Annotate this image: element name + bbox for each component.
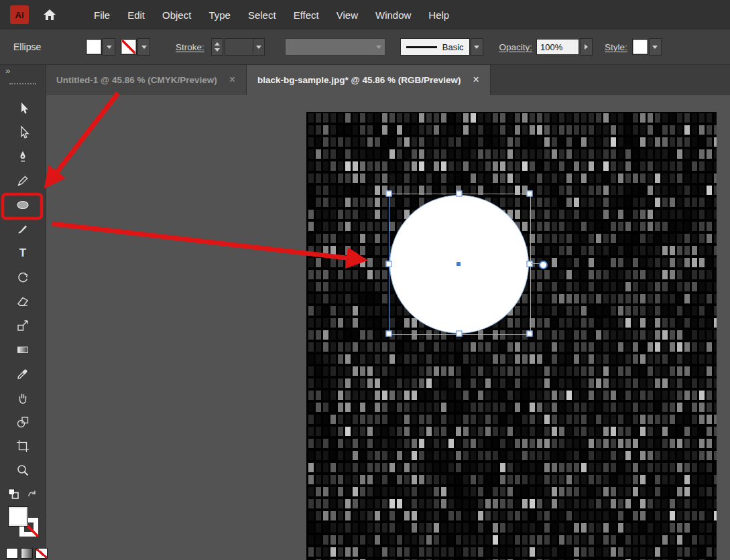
- illustrator-window: Ai File Edit Object Type Select Effect V…: [0, 0, 730, 560]
- artboard-tool[interactable]: [0, 434, 46, 458]
- document-tab-bar: Untitled-1 @ 45.86 % (CMYK/Preview) × bl…: [46, 64, 730, 95]
- fill-swatch-indicator[interactable]: [8, 506, 28, 527]
- fill-color-control: [86, 38, 115, 56]
- gradient-tool[interactable]: [0, 338, 46, 362]
- document-artboard[interactable]: [306, 112, 717, 560]
- selection-handle-w[interactable]: [386, 261, 392, 267]
- menu-file[interactable]: File: [85, 0, 119, 29]
- app-logo-icon[interactable]: Ai: [10, 5, 29, 24]
- menu-effect[interactable]: Effect: [285, 0, 328, 29]
- home-button[interactable]: [42, 8, 57, 21]
- fill-color-dropdown[interactable]: [103, 38, 115, 56]
- color-button[interactable]: [6, 548, 18, 559]
- brush-definition-dropdown[interactable]: [471, 38, 483, 56]
- chevron-right-icon: [585, 44, 588, 50]
- tab-close-button[interactable]: ×: [229, 74, 235, 86]
- active-tool-label: Ellipse: [13, 42, 86, 52]
- menu-help[interactable]: Help: [420, 0, 458, 29]
- swap-fill-stroke-icon[interactable]: [27, 489, 38, 498]
- fill-color-swatch[interactable]: [86, 39, 102, 55]
- stroke-color-dropdown[interactable]: [137, 38, 150, 56]
- shape-builder-tool[interactable]: [0, 410, 46, 434]
- scale-tool-icon: [15, 318, 30, 333]
- zoom-tool[interactable]: [0, 458, 46, 482]
- rotate-tool[interactable]: [0, 265, 46, 289]
- selection-center-point[interactable]: [456, 261, 461, 267]
- direct-selection-tool[interactable]: [0, 121, 46, 145]
- brush-definition-combo[interactable]: Basic: [400, 38, 470, 56]
- eyedropper-tool[interactable]: [0, 362, 46, 386]
- opacity-input[interactable]: [536, 39, 579, 55]
- artboard-tool-icon: [15, 439, 30, 453]
- selection-handle-n[interactable]: [457, 191, 463, 197]
- selection-handle-nw[interactable]: [386, 191, 392, 197]
- paintbrush-tool[interactable]: [0, 217, 46, 241]
- eraser-tool[interactable]: [0, 289, 46, 313]
- width-profile-combo: [285, 38, 385, 56]
- stroke-color-swatch[interactable]: [121, 39, 137, 55]
- panel-grip-handle[interactable]: [9, 83, 36, 84]
- opacity-dropdown[interactable]: [580, 38, 593, 56]
- pen-tool[interactable]: [0, 145, 46, 169]
- selection-handle-s[interactable]: [457, 331, 463, 337]
- chevron-down-icon: [107, 46, 112, 49]
- paintbrush-tool-icon: [15, 222, 30, 236]
- home-icon: [42, 8, 57, 21]
- selection-handle-e[interactable]: [527, 261, 533, 267]
- selection-tool[interactable]: [0, 96, 46, 121]
- menu-items: File Edit Object Type Select Effect View…: [85, 0, 458, 29]
- menu-view[interactable]: View: [328, 0, 367, 29]
- direct-selection-tool-icon: [15, 125, 30, 140]
- eyedropper-tool-icon: [15, 366, 30, 381]
- gradient-button[interactable]: [21, 548, 33, 559]
- brush-definition-control: Basic: [400, 38, 483, 56]
- scale-tool[interactable]: [0, 313, 46, 338]
- type-tool-icon: T: [19, 247, 26, 260]
- tab-black-bg-sample[interactable]: black-bg-sample.jpg* @ 45.86 % (RGB/Prev…: [247, 64, 491, 95]
- menu-window[interactable]: Window: [367, 0, 420, 29]
- stroke-weight-stepper[interactable]: [211, 38, 223, 56]
- stroke-panel-link[interactable]: Stroke:: [176, 42, 204, 52]
- style-swatch[interactable]: [632, 39, 648, 55]
- opacity-panel-link[interactable]: Opacity:: [499, 42, 533, 52]
- pen-tool-icon: [15, 149, 30, 164]
- menu-object[interactable]: Object: [154, 0, 200, 29]
- selection-tool-icon: [15, 101, 30, 116]
- chevron-down-icon: [474, 46, 479, 49]
- black-bg-sample-image[interactable]: [306, 112, 717, 560]
- hand-tool[interactable]: [0, 386, 46, 410]
- zoom-tool-icon: [15, 463, 30, 478]
- chevron-down-icon: [141, 46, 147, 49]
- color-mode-buttons: [6, 548, 48, 559]
- chevron-up-icon: [215, 42, 220, 46]
- chevron-down-icon: [256, 46, 261, 49]
- live-shape-widget[interactable]: [539, 261, 548, 269]
- menu-bar: Ai File Edit Object Type Select Effect V…: [0, 0, 730, 30]
- selection-handle-ne[interactable]: [527, 191, 533, 197]
- tab-close-button[interactable]: ×: [473, 74, 479, 86]
- fill-stroke-shortcuts: [0, 484, 46, 504]
- selection-handle-sw[interactable]: [386, 331, 392, 337]
- tab-untitled-1[interactable]: Untitled-1 @ 45.86 % (CMYK/Preview) ×: [46, 64, 247, 95]
- chevron-down-icon: [376, 46, 381, 49]
- stroke-weight-dropdown[interactable]: [253, 39, 264, 55]
- expand-panel-button[interactable]: »: [5, 66, 11, 76]
- none-button[interactable]: [36, 548, 48, 559]
- menu-edit[interactable]: Edit: [119, 0, 154, 29]
- pencil-tool[interactable]: [0, 169, 46, 193]
- style-panel-link[interactable]: Style:: [605, 42, 627, 52]
- ellipse-tool[interactable]: [0, 193, 46, 217]
- default-fill-stroke-icon[interactable]: [8, 488, 19, 499]
- tab-label: Untitled-1 @ 45.86 % (CMYK/Preview): [56, 75, 217, 85]
- stroke-weight-combo[interactable]: [225, 38, 265, 56]
- tool-list: T: [0, 96, 46, 482]
- tab-label: black-bg-sample.jpg* @ 45.86 % (RGB/Prev…: [257, 75, 461, 85]
- chevron-down-icon: [652, 46, 658, 49]
- brush-stroke-preview-icon: [406, 46, 437, 48]
- style-dropdown[interactable]: [649, 38, 662, 56]
- selection-handle-se[interactable]: [527, 331, 533, 337]
- menu-select[interactable]: Select: [239, 0, 285, 29]
- type-tool[interactable]: T: [0, 241, 46, 265]
- menu-type[interactable]: Type: [200, 0, 239, 29]
- control-bar: Ellipse Stroke: Basic Opacity:: [0, 29, 730, 65]
